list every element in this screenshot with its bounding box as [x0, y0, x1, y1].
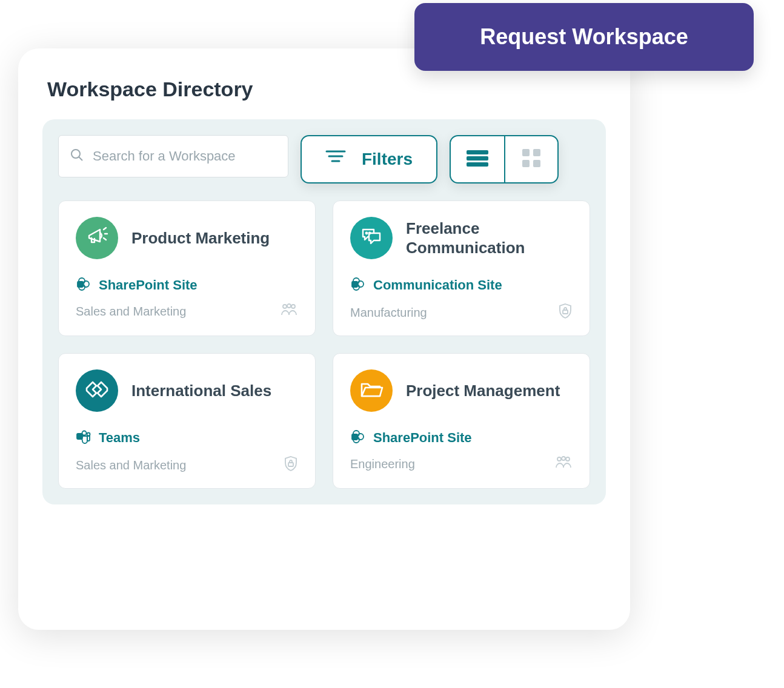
svg-point-21 [287, 304, 291, 308]
svg-rect-6 [467, 156, 488, 160]
workspace-type-row: S SharePoint Site [350, 429, 573, 447]
workspace-footer: Engineering [350, 455, 573, 472]
workspace-category: Sales and Marketing [76, 305, 186, 319]
svg-line-1 [79, 157, 82, 160]
svg-point-24 [369, 233, 370, 234]
list-icon [465, 149, 490, 170]
svg-rect-8 [522, 149, 530, 156]
svg-rect-9 [533, 149, 540, 156]
svg-point-32 [87, 433, 90, 436]
workspace-card[interactable]: Product Marketing S SharePoint Site Sale… [58, 200, 316, 336]
svg-line-14 [104, 238, 106, 240]
svg-point-16 [83, 281, 89, 287]
workspace-footer: Manufacturing [350, 303, 573, 322]
group-icon [554, 455, 573, 472]
workspace-grid: Product Marketing S SharePoint Site Sale… [58, 200, 590, 489]
page-title: Workspace Directory [47, 78, 606, 101]
svg-rect-5 [467, 150, 488, 154]
workspace-title: International Sales [131, 381, 271, 401]
card-header: Freelance Communication [350, 217, 573, 259]
search-icon [70, 148, 84, 165]
workspace-category: Manufacturing [350, 306, 427, 320]
svg-point-43 [566, 457, 570, 461]
svg-text:S: S [353, 282, 356, 286]
card-header: International Sales [76, 369, 298, 412]
workspace-type: Teams [99, 430, 140, 446]
workspace-avatar [76, 217, 118, 259]
grid-icon [521, 148, 542, 171]
svg-point-23 [366, 233, 367, 234]
workspace-type-row: S SharePoint Site [76, 276, 298, 294]
workspace-category: Sales and Marketing [76, 458, 186, 472]
grid-view-button[interactable] [504, 136, 557, 182]
workspace-footer: Sales and Marketing [76, 303, 298, 320]
svg-point-22 [291, 305, 295, 308]
workspace-title: Product Marketing [131, 228, 270, 248]
search-input[interactable] [93, 148, 277, 164]
workspace-type-row: S Communication Site [350, 276, 573, 294]
card-header: Project Management [350, 369, 573, 412]
svg-rect-30 [563, 310, 568, 314]
svg-point-37 [357, 434, 364, 440]
view-toggle [450, 135, 559, 184]
workspace-title: Freelance Communication [406, 219, 573, 258]
svg-rect-11 [533, 160, 540, 167]
svg-rect-7 [467, 162, 488, 167]
folder-icon [359, 379, 384, 402]
svg-point-42 [562, 457, 565, 460]
svg-point-20 [283, 305, 287, 308]
filters-button[interactable]: Filters [301, 135, 437, 184]
toolbar: Filters [58, 135, 590, 184]
workspace-type: SharePoint Site [373, 430, 472, 446]
svg-text:T: T [78, 434, 81, 438]
chat-icon [359, 225, 384, 251]
teams-icon: T [76, 429, 91, 447]
workspace-card[interactable]: Project Management S SharePoint Site Eng… [333, 353, 590, 489]
request-workspace-label: Request Workspace [480, 24, 688, 50]
svg-line-12 [104, 228, 106, 230]
shield-lock-icon [558, 303, 573, 322]
workspace-card[interactable]: Freelance Communication S Communication … [333, 200, 590, 336]
workspace-type-row: T Teams [76, 429, 298, 447]
svg-text:S: S [79, 282, 82, 286]
workspace-footer: Sales and Marketing [76, 455, 298, 475]
card-header: Product Marketing [76, 217, 298, 259]
workspace-directory-panel: Workspace Directory [18, 48, 630, 630]
svg-rect-35 [288, 463, 293, 466]
svg-point-26 [357, 281, 364, 287]
svg-text:S: S [353, 435, 356, 439]
workspace-type: Communication Site [373, 277, 502, 293]
workspace-avatar [76, 369, 118, 412]
filters-label: Filters [362, 150, 413, 169]
sharepoint-icon: S [350, 429, 366, 447]
workspace-category: Engineering [350, 457, 415, 471]
sharepoint-icon: S [350, 276, 366, 294]
group-icon [280, 303, 298, 320]
svg-rect-10 [522, 160, 530, 167]
workspace-type: SharePoint Site [99, 277, 198, 293]
filter-icon [325, 150, 346, 170]
workspace-avatar [350, 217, 393, 259]
directory-body: Filters [42, 119, 606, 504]
list-view-button[interactable] [451, 136, 504, 182]
arrows-icon [84, 380, 110, 402]
megaphone-icon [85, 225, 108, 251]
shield-lock-icon [284, 455, 298, 475]
svg-point-41 [557, 457, 561, 461]
sharepoint-icon: S [76, 276, 91, 294]
workspace-avatar [350, 369, 393, 412]
workspace-card[interactable]: International Sales T Teams Sales and [58, 353, 316, 489]
search-field[interactable] [58, 135, 288, 177]
workspace-title: Project Management [406, 381, 560, 401]
svg-point-0 [71, 150, 80, 158]
request-workspace-button[interactable]: Request Workspace [414, 3, 754, 71]
